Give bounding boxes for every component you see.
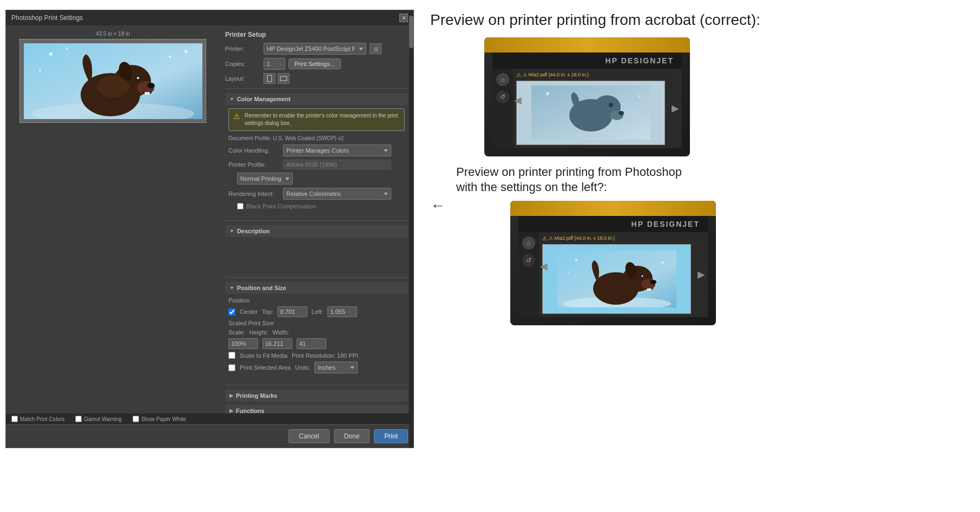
scaled-print-size-label: Scaled Print Size (228, 320, 405, 326)
printer-setup-title: Printer Setup (225, 31, 408, 38)
match-print-colors-label[interactable]: Match Print Colors (11, 416, 64, 422)
printer-row: Printer: HP DesignJet Z5400 PostScript P… (225, 43, 408, 55)
rendering-intent-select[interactable]: Relative Colorimetric (283, 188, 391, 200)
height-input[interactable] (262, 338, 292, 349)
svg-point-24 (546, 92, 549, 95)
printer-select[interactable]: HP DesignJet Z5400 PostScript PS3 (264, 43, 366, 55)
printer-display-2: HP DESIGNJET ⌂ ↺ (510, 201, 716, 325)
black-point-label: Black Point Compensation (246, 203, 316, 209)
match-print-colors-checkbox[interactable] (11, 416, 18, 422)
description-title: Description (237, 228, 270, 234)
color-management-header[interactable]: ▼ Color Management (225, 93, 408, 105)
center-label: Center (240, 308, 258, 315)
description-header[interactable]: ▼ Description (225, 225, 408, 237)
copies-input[interactable]: 1 (264, 58, 285, 70)
screen-content-area-2: ⌂ ↺ ⚠ ⚠ Mia2.pdf (44.0 in. x 18.0 (518, 232, 708, 317)
screen-image-1 (516, 81, 665, 145)
dialog-titlebar: Photoshop Print Settings ✕ (6, 10, 413, 25)
warning-icon: ⚠ (233, 112, 240, 121)
svg-point-23 (609, 103, 613, 107)
description-content (225, 240, 408, 273)
screen-main-1: ⚠ ⚠ Mia2.pdf (44.0 in. x 18.0 in.) (513, 69, 668, 148)
printer-profile-value: Adobe RGB (1998) (283, 160, 391, 169)
correct-dog-svg (557, 251, 676, 307)
color-handling-row: Color Handling: Printer Manages Colors (228, 145, 405, 156)
position-size-title: Position and Size (237, 285, 286, 291)
scale-height-width-row: Scale: Height: Width: (228, 329, 405, 336)
color-management-content: ⚠ Remember to enable the printer's color… (225, 108, 408, 216)
dialog-footer: Cancel Done Print (6, 424, 413, 448)
hp-designjet-label-1: HP DESIGNJET (606, 56, 674, 65)
bottom-bar: Match Print Colors Gamut Warning Show Pa… (6, 413, 413, 424)
svg-point-38 (567, 271, 569, 273)
normal-printing-select[interactable]: Normal Printing (237, 173, 293, 185)
warning-text: Remember to enable the printer's color m… (245, 112, 400, 127)
scale-fit-row: Scale to Fit Media Print Resolution: 180… (228, 352, 405, 359)
scrollbar-track[interactable] (409, 25, 413, 413)
center-row: Center Top: Left: (228, 306, 405, 317)
layout-icons (264, 73, 290, 84)
hp-designjet-label-2: HP DESIGNJET (632, 220, 700, 228)
scale-fit-checkbox[interactable] (228, 352, 235, 359)
right-panel: Preview on printer printing from acrobat… (414, 0, 980, 512)
back-icon-2: ↺ (522, 254, 535, 267)
screen-right-arrow-1: ▶ (668, 69, 682, 148)
color-handling-select[interactable]: Printer Manages Colors (283, 145, 391, 156)
units-label: Units: (295, 364, 310, 371)
print-settings-button[interactable]: Print Settings... (288, 58, 341, 69)
black-point-checkbox[interactable] (237, 203, 244, 209)
svg-point-12 (66, 48, 68, 50)
svg-rect-10 (144, 92, 150, 95)
cancel-button[interactable]: Cancel (288, 429, 329, 443)
functions-header[interactable]: ▶ Functions (225, 405, 408, 413)
print-button[interactable]: Print (374, 429, 408, 443)
position-size-content: Position Center Top: Left: Scaled Print … (225, 297, 408, 380)
position-label: Position (228, 297, 405, 304)
done-button[interactable]: Done (334, 429, 370, 443)
show-paper-white-checkbox[interactable] (133, 416, 139, 422)
inverted-dog-svg (531, 86, 650, 140)
printer-profile-label: Printer Profile: (228, 161, 280, 168)
svg-point-15 (39, 69, 41, 71)
scale-fit-label: Scale to Fit Media (240, 352, 287, 359)
preview-panel: 43.5 in × 18 in (6, 25, 220, 413)
printing-marks-header[interactable]: ▶ Printing Marks (225, 390, 408, 402)
color-management-arrow: ▼ (229, 96, 234, 102)
width-input[interactable] (297, 338, 326, 349)
screen-image-2 (542, 244, 691, 314)
gamut-warning-label[interactable]: Gamut Warning (75, 416, 122, 422)
copies-label: Copies: (225, 61, 260, 67)
svg-point-14 (185, 50, 188, 53)
gamut-warning-checkbox[interactable] (75, 416, 82, 422)
close-button[interactable]: ✕ (399, 14, 408, 22)
width-label: Width: (272, 329, 289, 336)
printer-screen-1: HP DESIGNJET ⌂ ↺ (492, 52, 682, 148)
photoshop-title: Preview on printer printing from Photosh… (456, 165, 700, 195)
printer-top-bar-1 (484, 37, 690, 52)
center-checkbox[interactable] (228, 308, 235, 316)
layout-landscape-button[interactable] (278, 73, 290, 84)
screen-left-arrow-2: ◀ (540, 260, 548, 272)
svg-point-33 (641, 275, 643, 277)
screen-left-icons-2: ⌂ ↺ (518, 232, 539, 317)
black-point-row: Black Point Compensation (237, 203, 405, 209)
left-input[interactable] (327, 306, 357, 317)
printing-marks-arrow: ▶ (229, 393, 233, 398)
left-arrow: ← (430, 197, 445, 214)
position-size-arrow: ▼ (229, 285, 234, 291)
printer-icon-button[interactable]: 🖨 (370, 43, 382, 54)
warning-box: ⚠ Remember to enable the printer's color… (228, 108, 405, 131)
print-selected-checkbox[interactable] (228, 364, 235, 371)
rendering-intent-row: Rendering Intent: Relative Colorimetric (228, 188, 405, 200)
position-size-header[interactable]: ▼ Position and Size (225, 282, 408, 294)
scale-input[interactable] (228, 338, 258, 349)
acrobat-printer-preview: HP DESIGNJET ⌂ ↺ (484, 37, 690, 156)
show-paper-white-label[interactable]: Show Paper White (133, 416, 186, 422)
screen-right-arrow-2: ▶ (694, 232, 708, 317)
scrollbar-thumb[interactable] (409, 25, 413, 48)
layout-portrait-button[interactable] (264, 73, 275, 84)
scale-values-row (228, 338, 405, 349)
units-select[interactable]: Inches (314, 362, 358, 373)
top-input[interactable] (278, 306, 307, 317)
printing-marks-title: Printing Marks (236, 392, 277, 399)
